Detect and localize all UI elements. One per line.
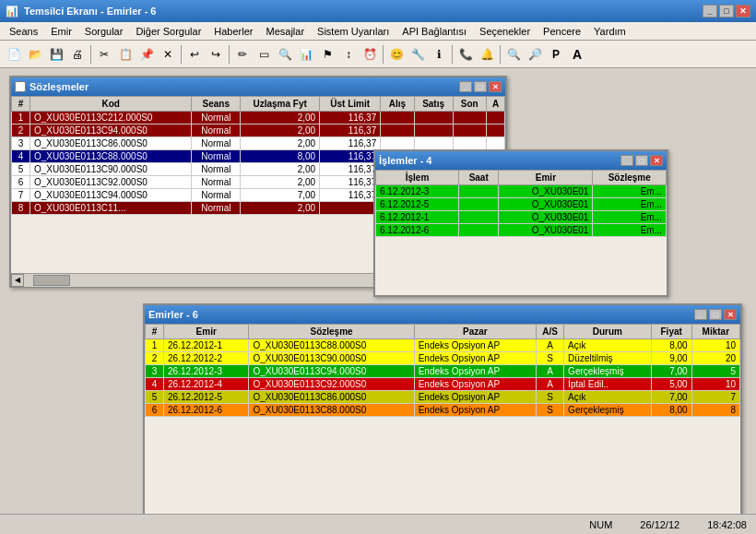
menu-haberler[interactable]: Haberler [208,24,258,39]
menu-yardim[interactable]: Yardım [588,24,632,39]
emirler-minimize[interactable]: _ [694,309,707,320]
cell-emir: 26.12.2012-5 [164,391,249,404]
status-mode: NUM [589,519,612,530]
islemler-minimize[interactable]: _ [620,155,633,166]
row-num: 1 [12,112,30,125]
cell-pazar: Endeks Opsiyon AP [414,404,536,417]
toolbar-rect[interactable]: ▭ [254,44,274,65]
cell-miktar: 10 [691,378,739,391]
toolbar-arrow[interactable]: ↕ [338,44,359,65]
table-row[interactable]: 5 26.12.2012-5 O_XU030E0113C86.000S0 End… [146,391,740,404]
toolbar-a[interactable]: A [567,44,587,65]
toolbar-tools[interactable]: 🔧 [408,44,428,65]
toolbar-print[interactable]: 🖨 [67,44,88,65]
toolbar-phone[interactable]: 📞 [455,44,476,65]
col-kod: Kod [30,97,192,112]
menu-sorgular[interactable]: Sorgular [79,24,129,39]
cell-as: S [537,404,564,417]
table-row[interactable]: 3 26.12.2012-3 O_XU030E0113C94.000S0 End… [146,365,740,378]
islemler-close[interactable]: ✕ [650,155,663,166]
toolbar-save[interactable]: 💾 [46,44,66,65]
cell-kod: O_XU030E0113C92.000S0 [30,176,192,189]
toolbar-sep-3 [229,45,230,64]
toolbar-cut[interactable]: ✂ [94,44,114,65]
cell-miktar: 20 [691,352,739,365]
cell-saat [458,224,498,237]
table-row[interactable]: 2 26.12.2012-2 O_XU030E0113C90.000S0 End… [146,352,740,365]
menu-mesajlar[interactable]: Mesajlar [261,24,311,39]
toolbar-copy[interactable]: 📋 [115,44,136,65]
toolbar-info[interactable]: ℹ [429,44,449,65]
table-row[interactable]: 1 O_XU030E0113C212.000S0 Normal 2,00 116… [12,112,505,125]
table-row[interactable]: 6.12.2012-3 O_XU030E01 Em... [376,185,667,198]
cell-emir: O_XU030E01 [499,224,593,237]
toolbar-clock[interactable]: ⏰ [360,44,380,65]
toolbar-flag[interactable]: ⚑ [317,44,337,65]
menu-secenekler[interactable]: Seçenekler [474,24,536,39]
emirler-title: Emirler - 6 [148,309,198,320]
toolbar-open[interactable]: 📂 [25,44,45,65]
menu-seans[interactable]: Seans [4,24,43,39]
table-row[interactable]: 6.12.2012-5 O_XU030E01 Em... [376,198,667,211]
close-button[interactable]: ✕ [736,5,750,18]
menu-diger-sorgular[interactable]: Diğer Sorgular [130,24,207,39]
cell-emir: O_XU030E01 [499,211,593,224]
emir-col-miktar: Miktar [691,325,739,339]
sozlesmeler-controls[interactable]: _ □ ✕ [459,81,502,92]
scroll-thumb[interactable] [33,275,70,286]
toolbar: 📄 📂 💾 🖨 ✂ 📋 📌 ✕ ↩ ↪ ✏ ▭ 🔍 📊 ⚑ ↕ ⏰ 😊 🔧 ℹ … [0,41,756,68]
table-row[interactable]: 2 O_XU030E0113C94.000S0 Normal 2,00 116,… [12,125,505,137]
toolbar-edit[interactable]: ✏ [232,44,253,65]
toolbar-redo[interactable]: ↪ [206,44,226,65]
cell-sozlesme: O_XU030E0113C88.000S0 [249,404,414,417]
cell-seans: Normal [192,112,241,125]
sozlesmeler-checkbox[interactable] [15,81,26,92]
toolbar-chart[interactable]: 📊 [296,44,316,65]
menu-api-baglantisi[interactable]: API Bağlantısı [396,24,472,39]
maximize-button[interactable]: □ [719,5,734,18]
islemler-controls[interactable]: _ □ ✕ [620,155,663,166]
toolbar-p[interactable]: P [546,44,566,65]
toolbar-search-plus[interactable]: 🔎 [525,44,545,65]
sozlesmeler-maximize[interactable]: □ [474,81,487,92]
toolbar-view[interactable]: 🔍 [275,44,295,65]
cell-ust: 116,37 [320,112,381,125]
cell-sozlesme: O_XU030E0113C92.000S0 [249,378,414,391]
toolbar-undo[interactable]: ↩ [184,44,205,65]
toolbar-paste[interactable]: 📌 [136,44,157,65]
sozlesmeler-title: Sözleşmeler [30,81,89,92]
table-row[interactable]: 6.12.2012-6 O_XU030E01 Em... [376,224,667,237]
cell-uzlasma: 2,00 [241,163,320,176]
scroll-left[interactable]: ◀ [11,274,24,287]
islemler-maximize[interactable]: □ [635,155,648,166]
table-row[interactable]: 6.12.2012-1 O_XU030E01 Em... [376,211,667,224]
emirler-maximize[interactable]: □ [709,309,722,320]
toolbar-smiley[interactable]: 😊 [386,44,407,65]
emirler-close[interactable]: ✕ [724,309,737,320]
emirler-controls[interactable]: _ □ ✕ [694,309,737,320]
table-row[interactable]: 6 26.12.2012-6 O_XU030E0113C88.000S0 End… [146,404,740,417]
table-row[interactable]: 4 26.12.2012-4 O_XU030E0113C92.000S0 End… [146,378,740,391]
toolbar-delete[interactable]: ✕ [158,44,178,65]
sozlesmeler-minimize[interactable]: _ [459,81,472,92]
menu-sistem-uyarilari[interactable]: Sistem Uyarıları [312,24,395,39]
sozlesmeler-close[interactable]: ✕ [489,81,502,92]
toolbar-new[interactable]: 📄 [4,44,24,65]
toolbar-alarm[interactable]: 🔔 [477,44,497,65]
sozlesmeler-title-bar: Sözleşmeler _ □ ✕ [11,77,505,96]
cell-emir: 26.12.2012-4 [164,378,249,391]
row-num: 4 [146,378,164,391]
col-seans: Seans [192,97,241,112]
row-num: 3 [146,365,164,378]
islem-col-islem: İşlem [376,171,459,185]
toolbar-search-minus[interactable]: 🔍 [503,44,524,65]
islemler-title-bar: İşlemler - 4 _ □ ✕ [375,151,667,170]
cell-as: A [537,339,564,352]
table-row[interactable]: 3 O_XU030E0113C86.000S0 Normal 2,00 116,… [12,137,505,150]
menu-emir[interactable]: Emir [45,24,77,39]
cell-fiyat: 8,00 [651,404,691,417]
menu-pencere[interactable]: Pencere [537,24,586,39]
table-row[interactable]: 1 26.12.2012-1 O_XU030E0113C88.000S0 End… [146,339,740,352]
minimize-button[interactable]: _ [703,5,717,18]
title-bar-controls[interactable]: _ □ ✕ [703,5,750,18]
